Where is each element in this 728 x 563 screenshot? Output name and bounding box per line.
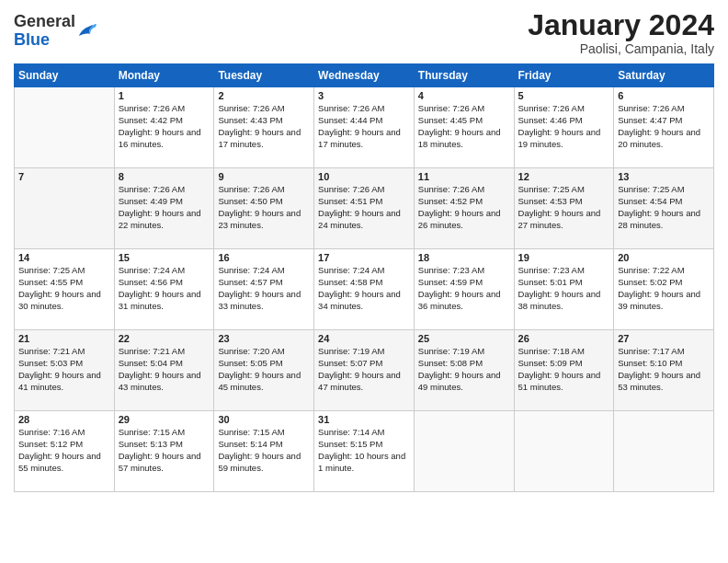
day-number: 12 bbox=[518, 171, 610, 182]
day-info: Sunrise: 7:21 AM Sunset: 5:04 PM Dayligh… bbox=[119, 346, 210, 393]
day-number: 30 bbox=[218, 414, 310, 425]
day-number: 13 bbox=[618, 171, 710, 182]
calendar-day-cell: 10Sunrise: 7:26 AM Sunset: 4:51 PM Dayli… bbox=[314, 168, 415, 249]
calendar-day-cell bbox=[15, 87, 115, 168]
calendar-day-cell: 30Sunrise: 7:15 AM Sunset: 5:14 PM Dayli… bbox=[214, 411, 314, 492]
day-info: Sunrise: 7:21 AM Sunset: 5:03 PM Dayligh… bbox=[18, 346, 110, 393]
day-info: Sunrise: 7:25 AM Sunset: 4:53 PM Dayligh… bbox=[518, 184, 610, 231]
header: General Blue January 2024 Paolisi, Campa… bbox=[14, 9, 714, 56]
calendar-day-cell: 8Sunrise: 7:26 AM Sunset: 4:49 PM Daylig… bbox=[114, 168, 214, 249]
day-number: 29 bbox=[119, 414, 210, 425]
day-info: Sunrise: 7:26 AM Sunset: 4:47 PM Dayligh… bbox=[618, 103, 710, 150]
day-number: 17 bbox=[318, 252, 410, 263]
day-info: Sunrise: 7:26 AM Sunset: 4:42 PM Dayligh… bbox=[119, 103, 210, 150]
calendar-day-cell: 7 bbox=[15, 168, 115, 249]
calendar-header-sunday: Sunday bbox=[15, 64, 115, 87]
day-number: 3 bbox=[318, 90, 410, 101]
day-number: 4 bbox=[418, 90, 510, 101]
day-number: 26 bbox=[518, 333, 610, 344]
calendar-day-cell: 21Sunrise: 7:21 AM Sunset: 5:03 PM Dayli… bbox=[15, 330, 115, 411]
day-number: 18 bbox=[418, 252, 510, 263]
day-info: Sunrise: 7:26 AM Sunset: 4:50 PM Dayligh… bbox=[218, 184, 310, 231]
calendar-day-cell bbox=[414, 411, 514, 492]
day-info: Sunrise: 7:25 AM Sunset: 4:55 PM Dayligh… bbox=[18, 265, 110, 312]
calendar-table: SundayMondayTuesdayWednesdayThursdayFrid… bbox=[14, 63, 714, 492]
calendar-day-cell: 26Sunrise: 7:18 AM Sunset: 5:09 PM Dayli… bbox=[514, 330, 614, 411]
day-number: 24 bbox=[318, 333, 410, 344]
logo-text: General Blue bbox=[14, 13, 75, 50]
day-number: 16 bbox=[218, 252, 310, 263]
calendar-header-tuesday: Tuesday bbox=[214, 64, 314, 87]
calendar-day-cell bbox=[614, 411, 714, 492]
day-number: 15 bbox=[119, 252, 210, 263]
calendar-week-row: 21Sunrise: 7:21 AM Sunset: 5:03 PM Dayli… bbox=[15, 330, 714, 411]
calendar-day-cell: 20Sunrise: 7:22 AM Sunset: 5:02 PM Dayli… bbox=[614, 249, 714, 330]
day-info: Sunrise: 7:22 AM Sunset: 5:02 PM Dayligh… bbox=[618, 265, 710, 312]
calendar-day-cell: 11Sunrise: 7:26 AM Sunset: 4:52 PM Dayli… bbox=[414, 168, 514, 249]
page: General Blue January 2024 Paolisi, Campa… bbox=[0, 0, 728, 563]
day-info: Sunrise: 7:18 AM Sunset: 5:09 PM Dayligh… bbox=[518, 346, 610, 393]
day-number: 14 bbox=[18, 252, 110, 263]
day-info: Sunrise: 7:19 AM Sunset: 5:07 PM Dayligh… bbox=[318, 346, 410, 393]
bird-icon bbox=[77, 21, 97, 41]
day-info: Sunrise: 7:26 AM Sunset: 4:52 PM Dayligh… bbox=[418, 184, 510, 231]
day-number: 5 bbox=[518, 90, 610, 101]
calendar-header-friday: Friday bbox=[514, 64, 614, 87]
day-number: 28 bbox=[18, 414, 110, 425]
calendar-day-cell: 23Sunrise: 7:20 AM Sunset: 5:05 PM Dayli… bbox=[214, 330, 314, 411]
calendar-day-cell: 1Sunrise: 7:26 AM Sunset: 4:42 PM Daylig… bbox=[114, 87, 214, 168]
day-number: 7 bbox=[18, 171, 110, 182]
calendar-day-cell: 12Sunrise: 7:25 AM Sunset: 4:53 PM Dayli… bbox=[514, 168, 614, 249]
calendar-week-row: 78Sunrise: 7:26 AM Sunset: 4:49 PM Dayli… bbox=[15, 168, 714, 249]
calendar-day-cell: 2Sunrise: 7:26 AM Sunset: 4:43 PM Daylig… bbox=[214, 87, 314, 168]
day-info: Sunrise: 7:26 AM Sunset: 4:46 PM Dayligh… bbox=[518, 103, 610, 150]
day-info: Sunrise: 7:26 AM Sunset: 4:45 PM Dayligh… bbox=[418, 103, 510, 150]
location: Paolisi, Campania, Italy bbox=[528, 41, 714, 56]
day-number: 22 bbox=[119, 333, 210, 344]
calendar-day-cell: 28Sunrise: 7:16 AM Sunset: 5:12 PM Dayli… bbox=[15, 411, 115, 492]
calendar-day-cell: 31Sunrise: 7:14 AM Sunset: 5:15 PM Dayli… bbox=[314, 411, 415, 492]
calendar-day-cell: 22Sunrise: 7:21 AM Sunset: 5:04 PM Dayli… bbox=[114, 330, 214, 411]
day-info: Sunrise: 7:25 AM Sunset: 4:54 PM Dayligh… bbox=[618, 184, 710, 231]
calendar-day-cell: 19Sunrise: 7:23 AM Sunset: 5:01 PM Dayli… bbox=[514, 249, 614, 330]
title-block: January 2024 Paolisi, Campania, Italy bbox=[528, 9, 714, 56]
day-info: Sunrise: 7:26 AM Sunset: 4:51 PM Dayligh… bbox=[318, 184, 410, 231]
calendar-day-cell: 13Sunrise: 7:25 AM Sunset: 4:54 PM Dayli… bbox=[614, 168, 714, 249]
calendar-week-row: 14Sunrise: 7:25 AM Sunset: 4:55 PM Dayli… bbox=[15, 249, 714, 330]
calendar-day-cell bbox=[514, 411, 614, 492]
calendar-week-row: 28Sunrise: 7:16 AM Sunset: 5:12 PM Dayli… bbox=[15, 411, 714, 492]
calendar-header-row: SundayMondayTuesdayWednesdayThursdayFrid… bbox=[15, 64, 714, 87]
day-info: Sunrise: 7:15 AM Sunset: 5:13 PM Dayligh… bbox=[119, 427, 210, 474]
calendar-day-cell: 6Sunrise: 7:26 AM Sunset: 4:47 PM Daylig… bbox=[614, 87, 714, 168]
calendar-day-cell: 4Sunrise: 7:26 AM Sunset: 4:45 PM Daylig… bbox=[414, 87, 514, 168]
day-number: 27 bbox=[618, 333, 710, 344]
day-number: 20 bbox=[618, 252, 710, 263]
day-info: Sunrise: 7:26 AM Sunset: 4:44 PM Dayligh… bbox=[318, 103, 410, 150]
calendar-day-cell: 16Sunrise: 7:24 AM Sunset: 4:57 PM Dayli… bbox=[214, 249, 314, 330]
day-info: Sunrise: 7:15 AM Sunset: 5:14 PM Dayligh… bbox=[218, 427, 310, 474]
calendar-day-cell: 18Sunrise: 7:23 AM Sunset: 4:59 PM Dayli… bbox=[414, 249, 514, 330]
calendar-day-cell: 25Sunrise: 7:19 AM Sunset: 5:08 PM Dayli… bbox=[414, 330, 514, 411]
day-info: Sunrise: 7:24 AM Sunset: 4:56 PM Dayligh… bbox=[119, 265, 210, 312]
day-info: Sunrise: 7:26 AM Sunset: 4:49 PM Dayligh… bbox=[119, 184, 210, 231]
calendar-day-cell: 3Sunrise: 7:26 AM Sunset: 4:44 PM Daylig… bbox=[314, 87, 415, 168]
day-number: 23 bbox=[218, 333, 310, 344]
calendar-day-cell: 9Sunrise: 7:26 AM Sunset: 4:50 PM Daylig… bbox=[214, 168, 314, 249]
day-info: Sunrise: 7:24 AM Sunset: 4:57 PM Dayligh… bbox=[218, 265, 310, 312]
logo-blue: Blue bbox=[14, 31, 75, 50]
logo: General Blue bbox=[14, 13, 97, 50]
day-info: Sunrise: 7:14 AM Sunset: 5:15 PM Dayligh… bbox=[318, 427, 410, 474]
calendar-header-saturday: Saturday bbox=[614, 64, 714, 87]
day-info: Sunrise: 7:24 AM Sunset: 4:58 PM Dayligh… bbox=[318, 265, 410, 312]
day-number: 10 bbox=[318, 171, 410, 182]
calendar-day-cell: 14Sunrise: 7:25 AM Sunset: 4:55 PM Dayli… bbox=[15, 249, 115, 330]
month-title: January 2024 bbox=[528, 9, 714, 41]
day-info: Sunrise: 7:23 AM Sunset: 4:59 PM Dayligh… bbox=[418, 265, 510, 312]
day-number: 31 bbox=[318, 414, 410, 425]
calendar-day-cell: 24Sunrise: 7:19 AM Sunset: 5:07 PM Dayli… bbox=[314, 330, 415, 411]
day-number: 9 bbox=[218, 171, 310, 182]
calendar-header-monday: Monday bbox=[114, 64, 214, 87]
day-number: 6 bbox=[618, 90, 710, 101]
calendar-day-cell: 15Sunrise: 7:24 AM Sunset: 4:56 PM Dayli… bbox=[114, 249, 214, 330]
day-number: 2 bbox=[218, 90, 310, 101]
